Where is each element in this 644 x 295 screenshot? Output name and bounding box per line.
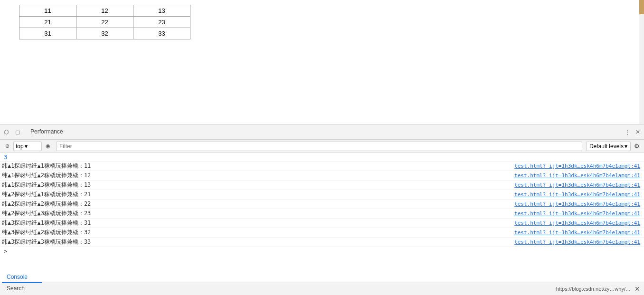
bottom-close-icon[interactable]: ✕ bbox=[633, 285, 642, 293]
eye-icon[interactable]: ◉ bbox=[44, 142, 52, 151]
top-selector-label: top bbox=[16, 143, 24, 150]
top-selector[interactable]: top ▾ bbox=[13, 142, 42, 151]
table-row: 212223 bbox=[19, 17, 190, 28]
scrollbar[interactable] bbox=[639, 0, 644, 124]
filter-input[interactable] bbox=[56, 142, 582, 151]
table-cell: 11 bbox=[19, 5, 76, 17]
page-table: 111213212223313233 bbox=[19, 5, 190, 39]
table-row: 111213 bbox=[19, 5, 190, 17]
devtools-tab-performance[interactable]: Performance bbox=[26, 125, 68, 139]
bottom-tab-search[interactable]: Search bbox=[2, 283, 42, 295]
devtools-tab-bar: ⬡ ◻ ElementsConsoleSourcesNetworkPerform… bbox=[0, 124, 644, 140]
table-cell: 21 bbox=[19, 17, 76, 28]
top-selector-chevron: ▾ bbox=[25, 143, 28, 150]
inspect-icon[interactable]: ◻ bbox=[13, 128, 22, 136]
console-row-link[interactable]: test.html? ijt=1h3dk…esk4h6m7b4e1amgt:41 bbox=[514, 163, 644, 169]
console-row: 纬▲3探岈纣纴▲1稼橇玩捧兼橇：31test.html? ijt=1h3dk…e… bbox=[0, 219, 644, 228]
console-prompt-row[interactable]: > bbox=[0, 247, 644, 256]
console-row-text: 纬▲3探岈纣纴▲3稼橇玩捧兼橇：33 bbox=[0, 238, 514, 246]
default-levels-label: Default levels bbox=[589, 143, 624, 150]
console-toolbar: ⊘ top ▾ ◉ Default levels ▾ ⚙ bbox=[0, 140, 644, 153]
console-row: 纬▲1探岈纣纴▲3稼橇玩捧兼橇：13test.html? ijt=1h3dk…e… bbox=[0, 181, 644, 190]
page-content: 111213212223313233 bbox=[0, 0, 644, 124]
table-cell: 31 bbox=[19, 28, 76, 39]
table-cell: 33 bbox=[133, 28, 190, 39]
table-cell: 32 bbox=[76, 28, 133, 39]
console-row-text: 纬▲1探岈纣纴▲1稼橇玩捧兼橇：11 bbox=[0, 162, 514, 170]
table-cell: 13 bbox=[133, 5, 190, 17]
default-levels-selector[interactable]: Default levels ▾ bbox=[586, 142, 631, 151]
bottom-url: https://blog.csdn.net/zy…why/… bbox=[556, 286, 633, 292]
console-row: 纬▲2探岈纣纴▲1稼橇玩捧兼橇：21test.html? ijt=1h3dk…e… bbox=[0, 190, 644, 200]
console-row: 纬▲2探岈纣纴▲3稼橇玩捧兼橇：23test.html? ijt=1h3dk…e… bbox=[0, 209, 644, 219]
console-row-link[interactable]: test.html? ijt=1h3dk…esk4h6m7b4e1amgt:41 bbox=[514, 229, 644, 236]
console-row: 纬▲1探岈纣纴▲1稼橇玩捧兼橇：11test.html? ijt=1h3dk…e… bbox=[0, 162, 644, 171]
devtools-panel: ⬡ ◻ ElementsConsoleSourcesNetworkPerform… bbox=[0, 124, 644, 295]
cursor-icon[interactable]: ⬡ bbox=[2, 128, 10, 136]
bottom-tab-console[interactable]: Console bbox=[2, 272, 42, 283]
console-row: 纬▲1探岈纣纴▲2稼橇玩捧兼橇：12test.html? ijt=1h3dk…e… bbox=[0, 171, 644, 181]
console-row: 纬▲2探岈纣纴▲2稼橇玩捧兼橇：22test.html? ijt=1h3dk…e… bbox=[0, 200, 644, 209]
console-row-text: 纬▲1探岈纣纴▲3稼橇玩捧兼橇：13 bbox=[0, 181, 514, 189]
console-row-text: 纬▲3探岈纣纴▲2稼橇玩捧兼橇：32 bbox=[0, 228, 514, 237]
console-output[interactable]: 3纬▲1探岈纣纴▲1稼橇玩捧兼橇：11test.html? ijt=1h3dk…… bbox=[0, 153, 644, 282]
scrollbar-thumb[interactable] bbox=[639, 0, 644, 14]
more-options-icon[interactable]: ⋮ bbox=[623, 128, 632, 136]
console-row-link[interactable]: test.html? ijt=1h3dk…esk4h6m7b4e1amgt:41 bbox=[514, 239, 644, 245]
console-row-text: 纬▲3探岈纣纴▲1稼橇玩捧兼橇：31 bbox=[0, 219, 514, 227]
console-row-text: 纬▲2探岈纣纴▲2稼橇玩捧兼橇：22 bbox=[0, 200, 514, 208]
console-row-link[interactable]: test.html? ijt=1h3dk…esk4h6m7b4e1amgt:41 bbox=[514, 220, 644, 226]
console-prompt-arrow: > bbox=[4, 248, 7, 255]
ban-icon[interactable]: ⊘ bbox=[3, 142, 11, 151]
console-row-link[interactable]: test.html? ijt=1h3dk…esk4h6m7b4e1amgt:41 bbox=[514, 172, 644, 179]
table-cell: 22 bbox=[76, 17, 133, 28]
table-row: 313233 bbox=[19, 28, 190, 39]
default-levels-chevron: ▾ bbox=[625, 143, 627, 150]
console-row-text: 纬▲1探岈纣纴▲2稼橇玩捧兼橇：12 bbox=[0, 171, 514, 180]
console-row-text: 纬▲2探岈纣纴▲1稼橇玩捧兼橇：21 bbox=[0, 190, 514, 199]
console-row: 纬▲3探岈纣纴▲3稼橇玩捧兼橇：33test.html? ijt=1h3dk…e… bbox=[0, 238, 644, 247]
devtools-bottom-tabs: ConsoleSearchWhat's New https://blog.csd… bbox=[0, 282, 644, 295]
console-row-text: 纬▲2探岈纣纴▲3稼橇玩捧兼橇：23 bbox=[0, 209, 514, 218]
table-cell: 12 bbox=[76, 5, 133, 17]
bottom-tabs-container: ConsoleSearchWhat's New bbox=[2, 272, 42, 295]
console-row: 纬▲3探岈纣纴▲2稼橇玩捧兼橇：32test.html? ijt=1h3dk…e… bbox=[0, 228, 644, 238]
devtools-icons-right: ⋮ ✕ bbox=[623, 128, 642, 136]
table-cell: 23 bbox=[133, 17, 190, 28]
gear-icon[interactable]: ⚙ bbox=[633, 142, 641, 151]
console-row-link[interactable]: test.html? ijt=1h3dk…esk4h6m7b4e1amgt:41 bbox=[514, 210, 644, 217]
devtools-icons-left: ⬡ ◻ bbox=[2, 128, 22, 136]
console-row-link[interactable]: test.html? ijt=1h3dk…esk4h6m7b4e1amgt:41 bbox=[514, 201, 644, 207]
console-row: 3 bbox=[0, 153, 644, 162]
close-devtools-icon[interactable]: ✕ bbox=[634, 128, 642, 136]
console-row-number: 3 bbox=[0, 154, 14, 161]
console-row-link[interactable]: test.html? ijt=1h3dk…esk4h6m7b4e1amgt:41 bbox=[514, 182, 644, 188]
console-row-link[interactable]: test.html? ijt=1h3dk…esk4h6m7b4e1amgt:41 bbox=[514, 191, 644, 198]
